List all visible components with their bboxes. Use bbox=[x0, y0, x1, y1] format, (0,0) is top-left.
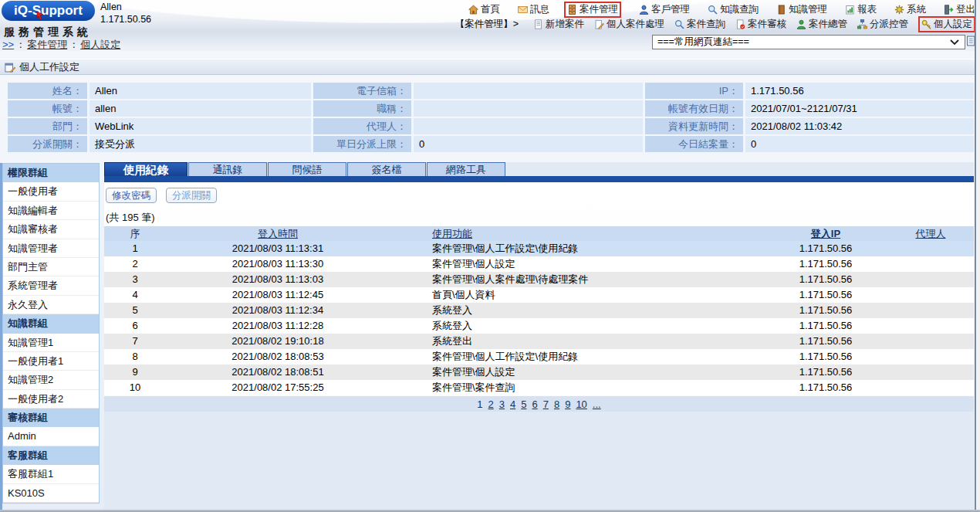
nav-knowledge-mgmt[interactable]: 知識管理 bbox=[776, 3, 827, 16]
table-row[interactable]: 92021/08/02 18:08:51案件管理\個人設定1.171.50.56 bbox=[104, 365, 974, 380]
nav-logout[interactable]: 登出 bbox=[944, 3, 975, 16]
search-icon bbox=[708, 5, 718, 15]
table-row[interactable]: 32021/08/03 11:13:03案件管理\個人案件處理\待處理案件1.1… bbox=[104, 272, 974, 287]
sidebar-item[interactable]: 系統管理者 bbox=[3, 276, 99, 295]
profile-label: 分派開關： bbox=[8, 136, 87, 152]
table-cell: 2021/08/03 11:12:34 bbox=[166, 303, 390, 318]
tab-4[interactable]: 網路工具 bbox=[427, 162, 505, 176]
sidebar-item[interactable]: 知識管理2 bbox=[3, 371, 99, 389]
table-cell: 系統登入 bbox=[390, 303, 764, 318]
table-cell: 1.171.50.56 bbox=[764, 287, 887, 303]
nav-logout-label: 登出 bbox=[956, 3, 975, 16]
column-header-label[interactable]: 使用功能 bbox=[432, 228, 472, 239]
sidebar-group-title: 權限群組 bbox=[3, 164, 99, 182]
app-logo: iQ-Support bbox=[2, 1, 95, 21]
table-row[interactable]: 42021/08/03 11:12:45首頁\個人資料1.171.50.56 bbox=[104, 287, 974, 303]
subnav-case-master[interactable]: 案件總管 bbox=[796, 18, 847, 31]
dispatch-toggle-button[interactable]: 分派開關 bbox=[166, 188, 217, 203]
page-link[interactable]: 9 bbox=[565, 398, 570, 410]
nav-reports-label: 報表 bbox=[857, 3, 877, 16]
key-icon bbox=[921, 19, 931, 29]
sidebar-item[interactable]: 永久登入 bbox=[3, 296, 99, 314]
nav-messages[interactable]: 訊息 bbox=[518, 3, 549, 16]
sidebar-item[interactable]: KS010S bbox=[3, 484, 99, 503]
profile-label: 姓名： bbox=[8, 83, 87, 99]
table-row[interactable]: 62021/08/03 11:12:28系統登入1.171.50.56 bbox=[104, 318, 974, 334]
tab-1[interactable]: 通訊錄 bbox=[188, 162, 267, 176]
tab-3[interactable]: 簽名檔 bbox=[347, 162, 426, 176]
page-link[interactable]: 2 bbox=[488, 398, 494, 410]
profile-label: 職稱： bbox=[313, 100, 411, 117]
tab-0[interactable]: 使用紀錄 bbox=[104, 162, 188, 176]
sidebar-item[interactable]: 知識管理者 bbox=[3, 239, 99, 258]
subnav-personal-case[interactable]: 個人案件處理 bbox=[594, 18, 664, 31]
subnav-case-review[interactable]: 案件審核 bbox=[735, 18, 786, 31]
table-cell: 1.171.50.56 bbox=[764, 365, 887, 380]
page-link[interactable]: 6 bbox=[532, 398, 537, 410]
table-row[interactable]: 72021/08/02 19:10:18系統登出1.171.50.56 bbox=[104, 334, 974, 349]
sidebar-item[interactable]: 知識審核者 bbox=[3, 220, 99, 239]
page-link[interactable]: 10 bbox=[576, 398, 586, 410]
column-header-label[interactable]: 代理人 bbox=[916, 228, 946, 239]
sidebar-item[interactable]: 部門主管 bbox=[3, 258, 99, 276]
column-header-label[interactable]: 登入時間 bbox=[258, 228, 298, 239]
sidebar-item[interactable]: 知識編輯者 bbox=[3, 202, 99, 220]
table-row[interactable]: 82021/08/02 18:08:53案件管理\個人工作設定\使用紀錄1.17… bbox=[104, 349, 974, 365]
sidebar-item[interactable]: 知識管理1 bbox=[3, 334, 99, 352]
table-cell: 系統登出 bbox=[390, 334, 764, 349]
table-row[interactable]: 102021/08/02 17:55:25案件管理\案件查詢1.171.50.5… bbox=[104, 380, 974, 395]
page-link[interactable]: 8 bbox=[554, 398, 559, 410]
sidebar-item[interactable]: 一般使用者1 bbox=[3, 352, 99, 371]
table-cell: 8 bbox=[104, 349, 166, 365]
subnav-case-query[interactable]: 案件查詢 bbox=[674, 18, 725, 31]
column-header: 登入IP bbox=[764, 226, 887, 241]
subnav-case-review-label: 案件審核 bbox=[748, 18, 786, 31]
column-header-label[interactable]: 登入IP bbox=[811, 228, 840, 239]
page-link[interactable]: 7 bbox=[543, 398, 549, 410]
table-cell: 2021/08/02 18:08:53 bbox=[166, 349, 390, 365]
nav-case-mgmt[interactable]: 案件管理 bbox=[564, 2, 621, 18]
table-cell: 2 bbox=[104, 256, 166, 272]
quick-links-select[interactable]: ===常用網頁連結=== bbox=[652, 35, 965, 49]
logout-icon bbox=[944, 5, 954, 15]
breadcrumb-link-personal-setting[interactable]: 個人設定 bbox=[80, 39, 120, 50]
breadcrumb-link-case-mgmt[interactable]: 案件管理 bbox=[27, 39, 67, 50]
subnav-dispatch-control[interactable]: 分派控管 bbox=[857, 18, 908, 31]
profile-label: 帳號： bbox=[8, 100, 87, 117]
subnav-new-case[interactable]: 新增案件 bbox=[533, 18, 584, 31]
table-row[interactable]: 12021/08/03 11:13:31案件管理\個人工作設定\使用紀錄1.17… bbox=[104, 241, 974, 256]
sidebar-item[interactable]: 一般使用者2 bbox=[3, 390, 99, 409]
page-link[interactable]: 4 bbox=[510, 398, 515, 410]
page-link[interactable]: ... bbox=[593, 398, 601, 410]
subnav-personal-setting[interactable]: 個人設定 bbox=[918, 16, 975, 32]
subnav-case-query-label: 案件查詢 bbox=[687, 18, 725, 31]
table-row[interactable]: 22021/08/03 11:13:30案件管理\個人設定1.171.50.56 bbox=[104, 256, 974, 272]
tab-2[interactable]: 問候語 bbox=[268, 162, 346, 176]
nav-system[interactable]: 系統 bbox=[894, 3, 926, 16]
nav-home[interactable]: 首頁 bbox=[468, 3, 500, 16]
profile-value bbox=[414, 118, 643, 134]
nav-customer-mgmt[interactable]: 客戶管理 bbox=[639, 3, 690, 16]
nav-reports[interactable]: 報表 bbox=[845, 3, 877, 16]
book-icon bbox=[776, 5, 786, 15]
breadcrumb-arrow-link[interactable]: >> bbox=[2, 39, 14, 50]
change-password-button[interactable]: 修改密碼 bbox=[106, 188, 157, 203]
nav-case-mgmt-label: 案件管理 bbox=[580, 3, 618, 16]
nav-knowledge-query[interactable]: 知識查詢 bbox=[708, 3, 759, 16]
usage-table-header: 序登入時間使用功能登入IP代理人 bbox=[104, 226, 974, 241]
table-cell bbox=[887, 334, 974, 349]
table-cell: 案件管理\個人案件處理\待處理案件 bbox=[390, 272, 764, 287]
subnav-dispatch-control-label: 分派控管 bbox=[870, 18, 908, 31]
profile-label: 代理人： bbox=[313, 118, 411, 134]
table-cell bbox=[887, 256, 974, 272]
sidebar-group-title: 審核群組 bbox=[3, 409, 99, 427]
breadcrumb-separator: ： bbox=[15, 39, 25, 50]
sidebar-item[interactable]: 一般使用者 bbox=[3, 182, 99, 201]
page-link[interactable]: 3 bbox=[499, 398, 505, 410]
sidebar-item[interactable]: Admin bbox=[3, 427, 99, 446]
table-row[interactable]: 52021/08/03 11:12:34系統登入1.171.50.56 bbox=[104, 303, 974, 318]
page-link[interactable]: 5 bbox=[521, 398, 526, 410]
group-sidebar: 權限群組一般使用者知識編輯者知識審核者知識管理者部門主管系統管理者永久登入知識群… bbox=[2, 163, 100, 504]
sidebar-item[interactable]: 客服群組1 bbox=[3, 465, 99, 483]
table-cell bbox=[887, 318, 974, 334]
